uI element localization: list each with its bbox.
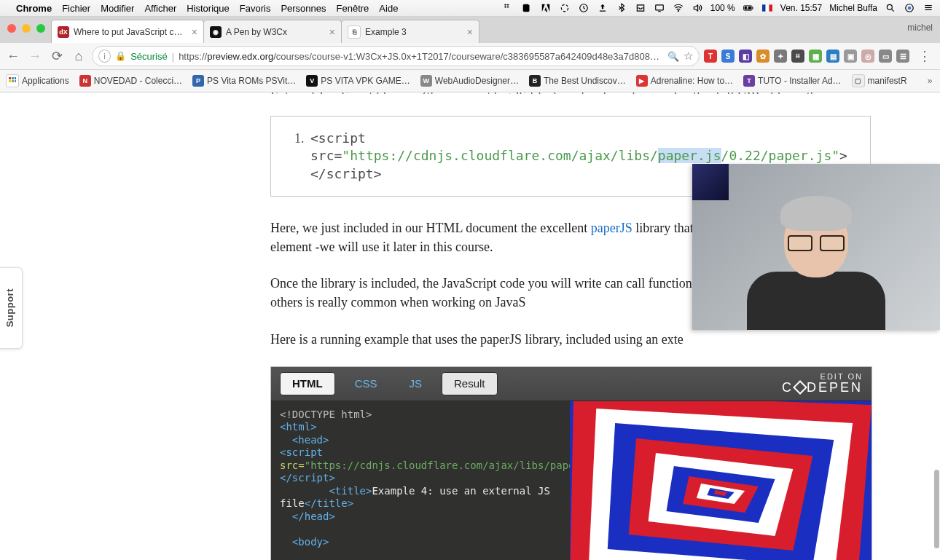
battery-icon[interactable] [743,2,754,14]
svg-point-9 [887,4,892,9]
favicon-icon: ⎘ [348,25,361,39]
volume-icon[interactable] [692,2,703,14]
ext-icon[interactable]: ▤ [826,50,839,63]
menu-file[interactable]: Fichier [62,3,90,14]
article-truncated-line: External JavaScript libraries (they are … [270,92,871,94]
chrome-profile-name[interactable]: michel [907,23,933,33]
zoom-icon[interactable]: 🔍 [667,51,679,62]
ext-icon[interactable]: ◧ [739,50,752,63]
chrome-window: dX Where to put JavaScript code × ◉ A Pe… [0,17,940,560]
ext-icon[interactable]: ☰ [896,50,909,63]
bookmark-item[interactable]: VPS VITA VPK GAME… [306,75,410,87]
secure-label: Sécurisé [130,51,168,62]
ext-icon[interactable]: S [721,50,735,63]
bookmark-item[interactable]: BThe Best Undiscov… [529,75,626,87]
svg-rect-17 [15,80,16,82]
browser-tab-2[interactable]: ⎘ Example 3 × [341,20,479,43]
codepen-code-editor[interactable]: <!DOCTYPE html> <html> <head> <script sr… [271,401,570,560]
ext-icon[interactable]: ✿ [756,50,769,63]
favicon-icon: dX [58,26,69,38]
svg-rect-7 [765,4,769,11]
extension-icons: T S ◧ ✿ ✦ ⌗ ▦ ▤ ▣ ◎ ▭ ☰ [704,50,909,63]
ext-icon[interactable]: ⌗ [791,50,804,63]
bookmark-item[interactable]: ▶Adrenaline: How to… [636,75,733,87]
home-button[interactable]: ⌂ [70,49,87,64]
tab-close-icon[interactable]: × [467,26,473,38]
bookmark-item[interactable]: WWebAudioDesigner… [420,75,519,87]
ext-icon[interactable]: ▭ [879,50,892,63]
bookmark-item[interactable]: NNOVEDAD - Colecci… [79,75,182,87]
browser-tab-0[interactable]: dX Where to put JavaScript code × [51,20,204,43]
menu-people[interactable]: Personnes [281,3,326,14]
page-viewport: Support External JavaScript libraries (t… [0,92,940,560]
inbox-icon[interactable] [635,2,646,14]
codepen-result-preview [570,401,872,560]
address-bar[interactable]: i 🔒 Sécurisé | https://preview.edx.org/c… [92,46,700,66]
menu-window[interactable]: Fenêtre [337,3,369,14]
bookmark-item[interactable]: TTUTO - Installer Ad… [743,75,841,87]
bookmark-item[interactable]: ▢manifestR [852,74,907,87]
window-close-button[interactable] [7,24,16,33]
ext-icon[interactable]: ▣ [844,50,857,63]
dropbox-icon[interactable] [502,2,514,14]
spiral-artwork-icon [570,401,872,560]
codepen-embed: HTML CSS JS Result EDIT ON CDEPEN <!DOCT… [270,366,872,560]
svg-rect-13 [12,77,14,79]
svg-rect-8 [769,4,772,11]
bookmark-star-icon[interactable]: ☆ [684,50,693,63]
forward-button: → [26,49,44,64]
bookmark-item[interactable]: PPS Vita ROMs PSVit… [192,75,296,87]
chrome-menu-icon[interactable]: ⋮ [914,48,936,64]
reload-button[interactable]: ⟳ [48,48,66,64]
site-info-icon[interactable]: i [98,50,111,63]
paperjs-link[interactable]: paperJS [591,221,632,235]
menubar-username[interactable]: Michel Buffa [829,3,877,13]
tab-title: Example 3 [365,27,463,37]
window-maximize-button[interactable] [36,24,45,33]
ext-icon[interactable]: ▦ [809,50,822,63]
window-minimize-button[interactable] [22,24,31,33]
ext-icon[interactable]: ✦ [774,50,787,63]
siri-icon[interactable] [904,2,915,14]
back-button[interactable]: ← [4,49,22,64]
ext-icon[interactable]: T [704,50,717,63]
menu-view[interactable]: Afficher [144,3,176,14]
menu-bookmarks[interactable]: Favoris [240,3,271,14]
menu-history[interactable]: Historique [187,3,230,14]
spinner-icon[interactable] [559,2,571,14]
codepen-tab-result[interactable]: Result [442,372,498,395]
notification-center-icon[interactable] [923,2,934,14]
codepen-tab-html[interactable]: HTML [280,372,335,395]
app-name[interactable]: Chrome [16,3,52,14]
browser-tab-1[interactable]: ◉ A Pen by W3Cx × [203,20,342,43]
menubar-clock[interactable]: Ven. 15:57 [780,3,822,13]
codepen-tab-js[interactable]: JS [397,372,435,395]
bookmarks-overflow-icon[interactable]: » [928,76,933,86]
share-icon[interactable] [597,2,608,14]
svg-rect-6 [762,4,766,11]
bluetooth-icon[interactable] [616,2,627,14]
wifi-icon[interactable] [673,2,684,14]
svg-rect-5 [752,7,753,9]
macos-menubar: Chrome Fichier Modifier Afficher Histori… [0,0,940,17]
menu-help[interactable]: Aide [379,3,398,14]
lock-icon: 🔒 [115,51,126,61]
apps-shortcut[interactable]: Applications [6,74,69,87]
browser-toolbar: ← → ⟳ ⌂ i 🔒 Sécurisé | https://preview.e… [0,43,940,70]
adobe-icon[interactable] [540,2,552,14]
flag-fr-icon[interactable] [761,2,773,14]
codepen-edit-link[interactable]: EDIT ON CDEPEN [782,372,863,395]
page-scrollbar[interactable] [934,470,939,548]
clock-icon[interactable] [578,2,590,14]
codepen-tab-css[interactable]: CSS [342,372,390,395]
tab-close-icon[interactable]: × [192,26,197,38]
svg-rect-2 [656,5,664,10]
evernote-icon[interactable] [521,2,533,14]
url-text: https://preview.edx.org/courses/course-v… [179,51,663,62]
svg-rect-12 [9,77,11,79]
display-icon[interactable] [654,2,665,14]
tab-close-icon[interactable]: × [329,26,335,38]
ext-icon[interactable]: ◎ [861,50,874,63]
spotlight-icon[interactable] [885,2,896,14]
menu-edit[interactable]: Modifier [101,3,134,14]
